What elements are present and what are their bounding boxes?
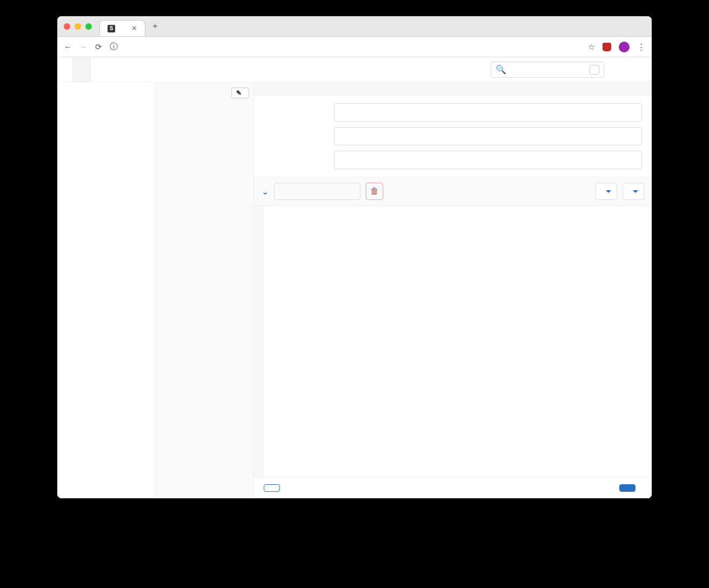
pencil-icon: ✎ — [236, 89, 242, 97]
search-icon: 🔍 — [496, 64, 506, 75]
edit-label-button[interactable]: ✎ — [231, 88, 249, 98]
search-input[interactable]: 🔍 — [491, 62, 604, 78]
tab-close-icon[interactable]: ✕ — [131, 24, 137, 32]
filename-input[interactable] — [274, 183, 360, 200]
forward-icon[interactable]: → — [79, 42, 88, 51]
minimize-window[interactable] — [75, 23, 81, 30]
labels-header — [57, 82, 155, 95]
back-icon[interactable]: ← — [64, 42, 72, 51]
maximize-window[interactable] — [85, 23, 92, 30]
description-input[interactable] — [334, 127, 642, 145]
label-input[interactable] — [334, 151, 642, 169]
update-button[interactable] — [619, 484, 636, 492]
search-kbd-hint — [590, 65, 599, 75]
browser-menu-icon[interactable]: ⋮ — [637, 42, 645, 52]
reload-icon[interactable]: ⟳ — [95, 42, 102, 52]
adblock-icon[interactable] — [603, 43, 611, 51]
info-icon[interactable]: ⓘ — [110, 42, 118, 52]
nav-dashboard[interactable] — [72, 57, 91, 82]
labels-sidebar — [57, 82, 156, 498]
title-input[interactable] — [334, 103, 642, 122]
chevron-down-icon[interactable]: ⌄ — [262, 186, 269, 197]
editor-header — [254, 82, 652, 96]
code-editor[interactable] — [254, 206, 652, 477]
new-tab-button[interactable]: ＋ — [151, 21, 159, 32]
profile-avatar[interactable] — [619, 42, 630, 52]
browser-titlebar: S ✕ ＋ — [57, 16, 652, 37]
cancel-button[interactable] — [636, 485, 642, 491]
indent-select[interactable] — [623, 183, 644, 200]
delete-file-button[interactable]: 🗑 — [366, 183, 383, 200]
add-file-button[interactable] — [264, 484, 280, 492]
nav-add-snippet[interactable] — [91, 57, 108, 82]
snippets-sidebar: ✎ — [156, 82, 254, 498]
close-window[interactable] — [64, 23, 70, 30]
bookmark-icon[interactable]: ☆ — [588, 42, 595, 52]
browser-address-bar: ← → ⟳ ⓘ ☆ ⋮ — [57, 37, 652, 57]
language-select[interactable] — [596, 183, 617, 200]
favicon-icon: S — [108, 25, 115, 32]
browser-tab[interactable]: S ✕ — [99, 20, 145, 36]
trash-icon: 🗑 — [370, 186, 379, 196]
